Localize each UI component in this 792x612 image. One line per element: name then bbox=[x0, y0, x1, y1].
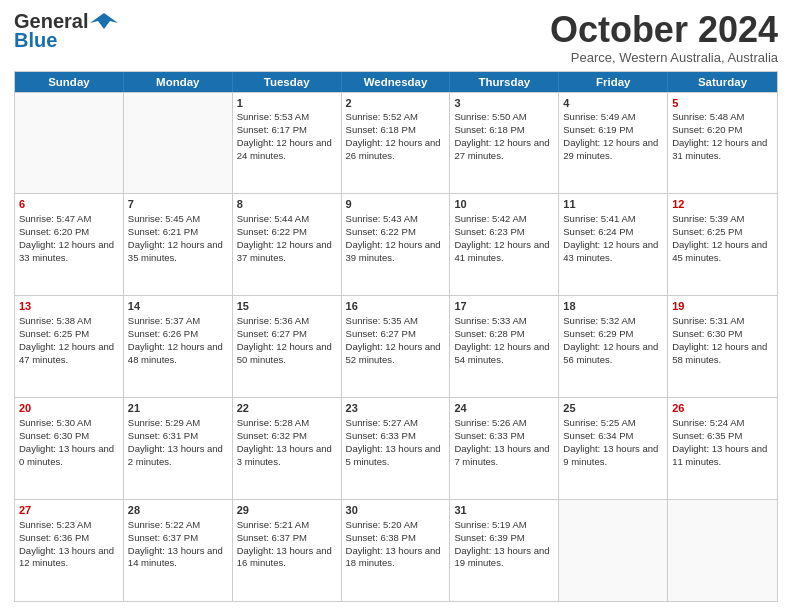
day-number: 14 bbox=[128, 299, 228, 314]
day-number: 15 bbox=[237, 299, 337, 314]
calendar-cell bbox=[668, 500, 777, 601]
day-info: Sunset: 6:26 PM bbox=[128, 328, 228, 341]
day-info: Sunset: 6:30 PM bbox=[672, 328, 773, 341]
day-info: Sunrise: 5:22 AM bbox=[128, 519, 228, 532]
day-info: Sunrise: 5:36 AM bbox=[237, 315, 337, 328]
day-info: Daylight: 12 hours and 29 minutes. bbox=[563, 137, 663, 163]
day-number: 11 bbox=[563, 197, 663, 212]
day-info: Sunrise: 5:19 AM bbox=[454, 519, 554, 532]
calendar-cell: 21Sunrise: 5:29 AMSunset: 6:31 PMDayligh… bbox=[124, 398, 233, 499]
day-info: Sunset: 6:38 PM bbox=[346, 532, 446, 545]
day-info: Sunrise: 5:24 AM bbox=[672, 417, 773, 430]
day-info: Sunset: 6:37 PM bbox=[237, 532, 337, 545]
day-info: Sunset: 6:37 PM bbox=[128, 532, 228, 545]
logo-bird-icon bbox=[90, 11, 118, 33]
calendar-cell: 25Sunrise: 5:25 AMSunset: 6:34 PMDayligh… bbox=[559, 398, 668, 499]
day-info: Sunset: 6:33 PM bbox=[346, 430, 446, 443]
calendar-header-thursday: Thursday bbox=[450, 72, 559, 92]
day-info: Sunrise: 5:50 AM bbox=[454, 111, 554, 124]
day-info: Daylight: 13 hours and 2 minutes. bbox=[128, 443, 228, 469]
day-info: Sunrise: 5:43 AM bbox=[346, 213, 446, 226]
calendar-cell: 23Sunrise: 5:27 AMSunset: 6:33 PMDayligh… bbox=[342, 398, 451, 499]
page: General Blue October 2024 Pearce, Wester… bbox=[0, 0, 792, 612]
calendar-cell: 20Sunrise: 5:30 AMSunset: 6:30 PMDayligh… bbox=[15, 398, 124, 499]
day-info: Sunrise: 5:26 AM bbox=[454, 417, 554, 430]
day-number: 20 bbox=[19, 401, 119, 416]
day-number: 9 bbox=[346, 197, 446, 212]
day-info: Sunset: 6:35 PM bbox=[672, 430, 773, 443]
day-info: Sunrise: 5:38 AM bbox=[19, 315, 119, 328]
calendar-cell: 19Sunrise: 5:31 AMSunset: 6:30 PMDayligh… bbox=[668, 296, 777, 397]
day-info: Daylight: 12 hours and 45 minutes. bbox=[672, 239, 773, 265]
calendar-cell: 2Sunrise: 5:52 AMSunset: 6:18 PMDaylight… bbox=[342, 93, 451, 194]
day-info: Daylight: 12 hours and 43 minutes. bbox=[563, 239, 663, 265]
day-info: Sunrise: 5:37 AM bbox=[128, 315, 228, 328]
day-info: Sunset: 6:33 PM bbox=[454, 430, 554, 443]
day-number: 19 bbox=[672, 299, 773, 314]
calendar-week-5: 27Sunrise: 5:23 AMSunset: 6:36 PMDayligh… bbox=[15, 499, 777, 601]
day-info: Daylight: 13 hours and 5 minutes. bbox=[346, 443, 446, 469]
day-number: 12 bbox=[672, 197, 773, 212]
day-info: Sunrise: 5:41 AM bbox=[563, 213, 663, 226]
day-info: Daylight: 12 hours and 24 minutes. bbox=[237, 137, 337, 163]
calendar-cell: 18Sunrise: 5:32 AMSunset: 6:29 PMDayligh… bbox=[559, 296, 668, 397]
day-info: Sunrise: 5:23 AM bbox=[19, 519, 119, 532]
day-info: Sunset: 6:19 PM bbox=[563, 124, 663, 137]
day-number: 10 bbox=[454, 197, 554, 212]
calendar-cell: 13Sunrise: 5:38 AMSunset: 6:25 PMDayligh… bbox=[15, 296, 124, 397]
day-number: 22 bbox=[237, 401, 337, 416]
day-info: Sunrise: 5:53 AM bbox=[237, 111, 337, 124]
calendar-header-friday: Friday bbox=[559, 72, 668, 92]
day-info: Sunrise: 5:21 AM bbox=[237, 519, 337, 532]
day-number: 25 bbox=[563, 401, 663, 416]
day-number: 26 bbox=[672, 401, 773, 416]
day-info: Daylight: 12 hours and 47 minutes. bbox=[19, 341, 119, 367]
calendar-cell: 24Sunrise: 5:26 AMSunset: 6:33 PMDayligh… bbox=[450, 398, 559, 499]
day-info: Sunrise: 5:27 AM bbox=[346, 417, 446, 430]
calendar-week-4: 20Sunrise: 5:30 AMSunset: 6:30 PMDayligh… bbox=[15, 397, 777, 499]
calendar-cell: 22Sunrise: 5:28 AMSunset: 6:32 PMDayligh… bbox=[233, 398, 342, 499]
day-number: 7 bbox=[128, 197, 228, 212]
calendar-cell: 6Sunrise: 5:47 AMSunset: 6:20 PMDaylight… bbox=[15, 194, 124, 295]
calendar-cell: 26Sunrise: 5:24 AMSunset: 6:35 PMDayligh… bbox=[668, 398, 777, 499]
calendar-header: SundayMondayTuesdayWednesdayThursdayFrid… bbox=[15, 72, 777, 92]
day-info: Sunset: 6:39 PM bbox=[454, 532, 554, 545]
calendar-cell bbox=[559, 500, 668, 601]
day-number: 28 bbox=[128, 503, 228, 518]
month-title: October 2024 bbox=[550, 10, 778, 50]
day-number: 21 bbox=[128, 401, 228, 416]
day-info: Daylight: 12 hours and 39 minutes. bbox=[346, 239, 446, 265]
day-info: Daylight: 12 hours and 41 minutes. bbox=[454, 239, 554, 265]
day-info: Sunset: 6:23 PM bbox=[454, 226, 554, 239]
day-number: 23 bbox=[346, 401, 446, 416]
calendar-cell: 17Sunrise: 5:33 AMSunset: 6:28 PMDayligh… bbox=[450, 296, 559, 397]
day-number: 3 bbox=[454, 96, 554, 111]
day-info: Daylight: 13 hours and 16 minutes. bbox=[237, 545, 337, 571]
calendar-cell: 3Sunrise: 5:50 AMSunset: 6:18 PMDaylight… bbox=[450, 93, 559, 194]
day-number: 4 bbox=[563, 96, 663, 111]
day-info: Sunrise: 5:33 AM bbox=[454, 315, 554, 328]
day-info: Sunrise: 5:30 AM bbox=[19, 417, 119, 430]
calendar-cell: 4Sunrise: 5:49 AMSunset: 6:19 PMDaylight… bbox=[559, 93, 668, 194]
day-info: Sunset: 6:18 PM bbox=[346, 124, 446, 137]
header: General Blue October 2024 Pearce, Wester… bbox=[14, 10, 778, 65]
title-block: October 2024 Pearce, Western Australia, … bbox=[550, 10, 778, 65]
calendar-cell: 9Sunrise: 5:43 AMSunset: 6:22 PMDaylight… bbox=[342, 194, 451, 295]
day-info: Sunrise: 5:47 AM bbox=[19, 213, 119, 226]
day-info: Sunset: 6:17 PM bbox=[237, 124, 337, 137]
day-info: Daylight: 13 hours and 11 minutes. bbox=[672, 443, 773, 469]
day-info: Sunset: 6:25 PM bbox=[672, 226, 773, 239]
day-info: Daylight: 12 hours and 54 minutes. bbox=[454, 341, 554, 367]
day-number: 16 bbox=[346, 299, 446, 314]
calendar-header-wednesday: Wednesday bbox=[342, 72, 451, 92]
day-info: Sunrise: 5:44 AM bbox=[237, 213, 337, 226]
day-info: Sunrise: 5:48 AM bbox=[672, 111, 773, 124]
day-info: Sunrise: 5:45 AM bbox=[128, 213, 228, 226]
day-number: 5 bbox=[672, 96, 773, 111]
calendar-cell: 5Sunrise: 5:48 AMSunset: 6:20 PMDaylight… bbox=[668, 93, 777, 194]
day-info: Daylight: 12 hours and 52 minutes. bbox=[346, 341, 446, 367]
day-info: Sunrise: 5:20 AM bbox=[346, 519, 446, 532]
day-info: Daylight: 12 hours and 27 minutes. bbox=[454, 137, 554, 163]
day-info: Sunrise: 5:25 AM bbox=[563, 417, 663, 430]
day-info: Daylight: 12 hours and 58 minutes. bbox=[672, 341, 773, 367]
